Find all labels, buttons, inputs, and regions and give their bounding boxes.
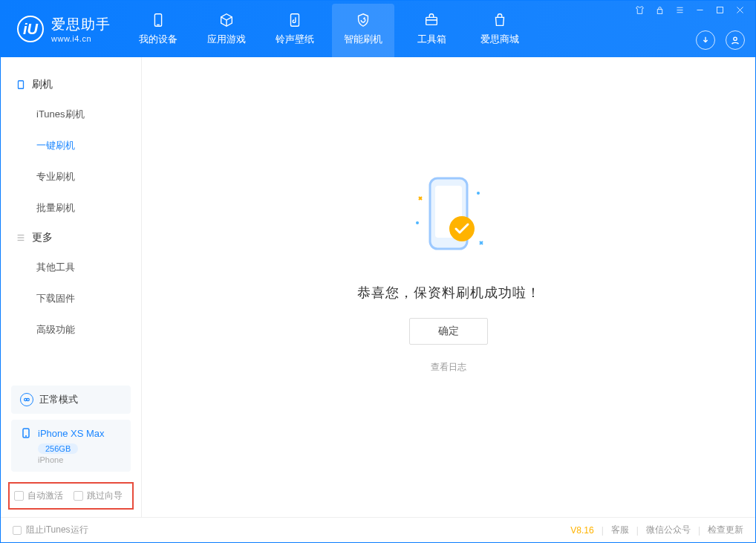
menu-icon[interactable] <box>675 5 685 15</box>
app-logo: iU 爱思助手 www.i4.cn <box>1 1 124 57</box>
tab-store[interactable]: 爱思商城 <box>466 1 534 57</box>
user-button[interactable] <box>726 30 745 50</box>
download-icon <box>700 35 711 45</box>
footer: 阻止iTunes运行 V8.16 | 客服 | 微信公众号 | 检查更新 <box>1 517 755 542</box>
tab-toolbox[interactable]: 工具箱 <box>397 1 466 57</box>
user-controls <box>696 30 745 50</box>
status-card[interactable]: 正常模式 <box>11 386 131 414</box>
success-message: 恭喜您，保资料刷机成功啦！ <box>357 284 541 302</box>
user-icon <box>730 35 740 45</box>
svg-rect-3 <box>426 17 437 25</box>
sidebar-group-flash: 刷机 <box>1 71 141 99</box>
separator: | <box>636 525 639 536</box>
footer-link-wechat[interactable]: 微信公众号 <box>646 524 691 536</box>
download-button[interactable] <box>696 30 715 50</box>
lock-icon[interactable] <box>655 5 665 15</box>
cube-icon <box>218 12 235 28</box>
checkbox-auto-activate[interactable]: 自动激活 <box>14 490 63 502</box>
sidebar-item-advanced[interactable]: 高级功能 <box>1 314 141 345</box>
svg-point-12 <box>734 37 737 40</box>
svg-rect-4 <box>657 10 662 14</box>
device-storage: 256GB <box>38 443 78 454</box>
sidebar-item-batch-flash[interactable]: 批量刷机 <box>1 192 141 224</box>
tab-ringtone-wallpaper[interactable]: 铃声壁纸 <box>261 1 329 57</box>
app-name-cn: 爱思助手 <box>51 15 111 34</box>
separator: | <box>602 525 604 536</box>
music-file-icon <box>287 12 303 28</box>
svg-point-25 <box>416 221 419 224</box>
sidebar-item-itunes-flash[interactable]: iTunes刷机 <box>1 99 141 130</box>
tab-label: 智能刷机 <box>344 33 382 46</box>
tab-smart-flash[interactable]: 智能刷机 <box>329 1 397 57</box>
phone-icon <box>150 12 166 28</box>
svg-rect-9 <box>717 7 723 13</box>
sidebar-item-oneclick-flash[interactable]: 一键刷机 <box>1 130 141 161</box>
separator: | <box>698 525 700 536</box>
header: iU 爱思助手 www.i4.cn 我的设备 应用游戏 铃声壁纸 智能刷机 工具… <box>1 1 755 57</box>
main-content: 恭喜您，保资料刷机成功啦！ 确定 查看日志 <box>142 57 755 517</box>
svg-rect-13 <box>19 81 24 89</box>
footer-link-update[interactable]: 检查更新 <box>708 524 743 536</box>
minimize-icon[interactable] <box>695 5 705 15</box>
footer-link-support[interactable]: 客服 <box>611 524 629 536</box>
device-icon <box>16 79 26 90</box>
group-title: 更多 <box>32 231 53 244</box>
status-icon <box>20 393 33 406</box>
checkbox-icon <box>74 491 83 501</box>
checkbox-label: 跳过向导 <box>87 490 123 502</box>
footer-right: V8.16 | 客服 | 微信公众号 | 检查更新 <box>570 524 743 536</box>
sidebar-group-more: 更多 <box>1 224 141 252</box>
svg-point-24 <box>477 192 480 195</box>
logo-icon: iU <box>17 16 44 42</box>
sidebar-item-download-firmware[interactable]: 下载固件 <box>1 283 141 314</box>
tab-apps-games[interactable]: 应用游戏 <box>192 1 261 57</box>
checkbox-label: 阻止iTunes运行 <box>26 524 88 536</box>
tab-label: 铃声壁纸 <box>276 33 314 46</box>
checkbox-icon <box>13 526 22 535</box>
main-tabs: 我的设备 应用游戏 铃声壁纸 智能刷机 工具箱 爱思商城 <box>124 1 534 57</box>
version-text: V8.16 <box>570 525 593 536</box>
tab-label: 应用游戏 <box>207 33 246 46</box>
app-name-en: www.i4.cn <box>51 34 111 43</box>
checkbox-block-itunes[interactable]: 阻止iTunes运行 <box>13 524 88 536</box>
close-icon[interactable] <box>735 5 745 15</box>
ok-button[interactable]: 确定 <box>409 318 488 345</box>
options-highlight: 自动激活 跳过向导 <box>8 482 134 510</box>
sidebar-item-other-tools[interactable]: 其他工具 <box>1 252 141 283</box>
logo-text: 爱思助手 www.i4.cn <box>51 15 111 43</box>
phone-small-icon <box>20 427 32 439</box>
header-right <box>635 1 745 57</box>
device-name: iPhone XS Max <box>38 428 105 439</box>
device-type: iPhone <box>38 455 122 464</box>
window-controls <box>635 5 745 15</box>
sidebar: 刷机 iTunes刷机 一键刷机 专业刷机 批量刷机 更多 其他工具 下载固件 … <box>1 57 142 517</box>
checkbox-icon <box>14 491 24 501</box>
sidebar-item-pro-flash[interactable]: 专业刷机 <box>1 161 141 192</box>
view-log-link[interactable]: 查看日志 <box>431 361 466 374</box>
maximize-icon[interactable] <box>715 5 725 15</box>
group-title: 刷机 <box>32 78 53 91</box>
tab-label: 我的设备 <box>139 33 177 46</box>
checkbox-label: 自动激活 <box>27 490 63 502</box>
checkbox-skip-guide[interactable]: 跳过向导 <box>74 490 123 502</box>
bag-icon <box>492 12 508 28</box>
svg-point-18 <box>27 398 29 400</box>
device-card[interactable]: iPhone XS Max 256GB iPhone <box>11 420 131 472</box>
success-illustration <box>404 171 493 267</box>
tab-label: 工具箱 <box>417 33 446 46</box>
toolbox-icon <box>423 12 440 28</box>
tab-my-device[interactable]: 我的设备 <box>124 1 192 57</box>
body: 刷机 iTunes刷机 一键刷机 专业刷机 批量刷机 更多 其他工具 下载固件 … <box>1 57 755 517</box>
status-text: 正常模式 <box>39 393 78 406</box>
shirt-icon[interactable] <box>635 5 645 15</box>
list-icon <box>16 233 26 243</box>
svg-rect-2 <box>291 14 299 27</box>
tab-label: 爱思商城 <box>480 33 519 46</box>
shield-refresh-icon <box>355 12 371 28</box>
